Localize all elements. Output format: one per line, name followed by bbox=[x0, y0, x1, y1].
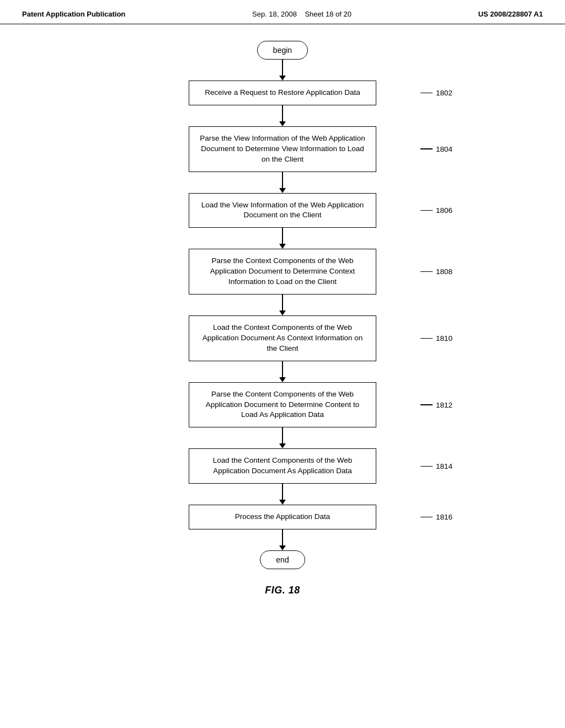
label-1812: 1812 bbox=[420, 401, 452, 409]
process-1808: Parse the Context Components of the Web … bbox=[189, 249, 376, 295]
label-1814: 1814 bbox=[420, 462, 452, 470]
header-center: Sep. 18, 2008 Sheet 18 of 20 bbox=[252, 10, 351, 18]
bracket-line bbox=[420, 93, 433, 94]
step-row-1808: Parse the Context Components of the Web … bbox=[89, 249, 476, 295]
arrow-head bbox=[279, 76, 286, 81]
step-row-1804: Parse the View Information of the Web Ap… bbox=[89, 126, 476, 172]
header-right: US 2008/228807 A1 bbox=[478, 10, 543, 18]
label-1816: 1816 bbox=[420, 513, 452, 521]
main-content: begin Receive a Request to Restore Appli… bbox=[0, 24, 565, 618]
process-1814: Load the Content Components of the Web A… bbox=[189, 448, 376, 484]
arrow-5 bbox=[279, 361, 286, 382]
process-1812: Parse the Content Components of the Web … bbox=[189, 382, 376, 428]
process-1810: Load the Context Components of the Web A… bbox=[189, 315, 376, 361]
end-terminal: end bbox=[260, 550, 305, 569]
step-row-1814: Load the Content Components of the Web A… bbox=[89, 448, 476, 484]
label-1806: 1806 bbox=[420, 206, 452, 215]
step-row-1810: Load the Context Components of the Web A… bbox=[89, 315, 476, 361]
process-1806: Load the View Information of the Web App… bbox=[189, 193, 376, 228]
process-1816: Process the Application Data bbox=[189, 505, 376, 529]
arrow-line bbox=[282, 60, 283, 76]
arrow-4 bbox=[279, 295, 286, 315]
process-1804: Parse the View Information of the Web Ap… bbox=[189, 126, 376, 172]
figure-caption: FIG. 18 bbox=[265, 585, 300, 596]
label-1802: 1802 bbox=[420, 89, 452, 97]
arrow-0 bbox=[279, 60, 286, 81]
begin-terminal: begin bbox=[257, 41, 308, 60]
page-header: Patent Application Publication Sep. 18, … bbox=[0, 0, 565, 24]
step-row-1816: Process the Application Data 1816 bbox=[89, 505, 476, 529]
arrow-8 bbox=[279, 529, 286, 550]
header-left: Patent Application Publication bbox=[22, 10, 125, 18]
label-1808: 1808 bbox=[420, 267, 452, 276]
process-1802: Receive a Request to Restore Application… bbox=[189, 81, 376, 105]
flowchart: begin Receive a Request to Restore Appli… bbox=[89, 41, 476, 596]
arrow-2 bbox=[279, 172, 286, 193]
arrow-3 bbox=[279, 228, 286, 249]
arrow-7 bbox=[279, 484, 286, 505]
label-1804: 1804 bbox=[420, 145, 452, 153]
step-row-1812: Parse the Content Components of the Web … bbox=[89, 382, 476, 428]
label-1810: 1810 bbox=[420, 334, 452, 342]
arrow-1 bbox=[279, 105, 286, 126]
step-row-1806: Load the View Information of the Web App… bbox=[89, 193, 476, 228]
arrow-6 bbox=[279, 427, 286, 448]
step-row-1802: Receive a Request to Restore Application… bbox=[89, 81, 476, 105]
